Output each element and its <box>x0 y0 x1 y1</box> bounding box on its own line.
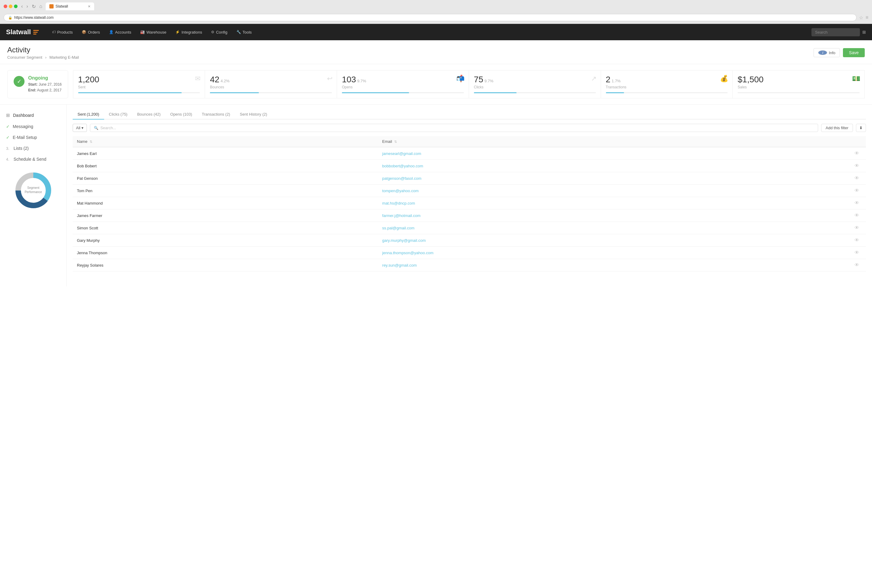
status-dates: Start: June 27, 2016 End: August 2, 2017 <box>28 82 62 93</box>
email-link[interactable]: jenna.thompson@yahoo.com <box>382 250 433 255</box>
cell-email: rey.sun@gmail.com <box>378 259 848 272</box>
add-filter-button[interactable]: Add this filter <box>821 124 853 132</box>
col-name[interactable]: Name ⇅ <box>73 136 378 147</box>
dot-red[interactable] <box>4 4 7 8</box>
end-date: August 2, 2017 <box>37 88 62 92</box>
nav-search-icon[interactable]: ⊞ <box>862 30 866 34</box>
email-link[interactable]: ss.pal@gmail.com <box>382 226 414 230</box>
tab-clicks[interactable]: Clicks (75) <box>104 110 132 120</box>
stat-sent: ✉ 1,200 Sent <box>73 70 205 98</box>
filter-all-button[interactable]: All ▾ <box>73 124 87 132</box>
products-icon: 🏷 <box>52 30 56 34</box>
cell-name: James Farmer <box>73 209 378 222</box>
back-button[interactable]: ‹ <box>20 3 24 10</box>
sidebar-item-dashboard[interactable]: ⊞ Dashboard <box>0 110 66 121</box>
clicks-pct: 9.7% <box>484 79 493 83</box>
stat-clicks: ↗ 75 9.7% Clicks <box>469 70 601 98</box>
cell-name: Jenna Thompson <box>73 247 378 259</box>
svg-text:Segment: Segment <box>27 186 39 189</box>
brand-logo[interactable]: Slatwall <box>6 28 39 36</box>
bookmark-icon[interactable]: ☆ <box>859 15 863 21</box>
nav-products[interactable]: 🏷 Products <box>48 27 77 37</box>
download-button[interactable]: ⬇ <box>856 124 866 132</box>
view-icon[interactable]: 👁 <box>854 213 859 218</box>
tab-sent-history[interactable]: Sent History (2) <box>235 110 272 120</box>
nav-search-input[interactable] <box>812 28 860 36</box>
transactions-icon: 💰 <box>720 75 728 82</box>
bounces-label: Bounces <box>210 85 332 89</box>
opens-pct: 9.7% <box>357 79 366 83</box>
opens-icon: 📬 <box>456 75 465 82</box>
sidebar-item-lists[interactable]: 3. Lists (2) <box>0 143 66 154</box>
view-icon[interactable]: 👁 <box>854 225 859 230</box>
browser-nav: ‹ › ↻ ⌂ <box>20 3 43 10</box>
filter-row: All ▾ 🔍 Add this filter ⬇ <box>73 124 866 132</box>
sidebar-item-schedule[interactable]: 4. Schedule & Send <box>0 154 66 165</box>
tab-opens[interactable]: Opens (103) <box>165 110 197 120</box>
email-link[interactable]: bobbobert@yahoo.com <box>382 164 423 168</box>
info-button[interactable]: i Info <box>813 48 840 57</box>
sidebar-messaging-label: Messaging <box>13 124 33 129</box>
home-button[interactable]: ⌂ <box>38 3 44 10</box>
address-bar[interactable]: 🔒 https://www.slatwall.com <box>4 14 857 21</box>
accounts-icon: 👤 <box>109 30 114 34</box>
view-icon[interactable]: 👁 <box>854 250 859 255</box>
email-link[interactable]: mat.hs@dncp.com <box>382 201 415 206</box>
stats-row: ✓ Ongoing Start: June 27, 2016 End: Augu… <box>0 64 872 105</box>
cell-action: 👁 <box>848 197 866 209</box>
status-check-icon: ✓ <box>14 76 24 87</box>
cell-action: 👁 <box>848 147 866 160</box>
brand-line-2 <box>33 32 38 33</box>
table-row: James Earl jamesearl@gmail.com 👁 <box>73 147 866 160</box>
browser-tab[interactable]: Slatwall ✕ <box>46 2 94 10</box>
table-row: James Farmer farmer.j@hotmail.com 👁 <box>73 209 866 222</box>
nav-tools[interactable]: 🔧 Tools <box>232 27 256 37</box>
tab-close-button[interactable]: ✕ <box>88 4 90 9</box>
view-icon[interactable]: 👁 <box>854 176 859 181</box>
settings-icon[interactable]: ≡ <box>866 15 868 20</box>
tab-transactions[interactable]: Transactions (2) <box>197 110 235 120</box>
nav-orders[interactable]: 📦 Orders <box>78 27 104 37</box>
lists-number: 3. <box>6 146 9 151</box>
sidebar-item-email-setup[interactable]: ✓ E-Mail Setup <box>0 132 66 143</box>
nav-warehouse[interactable]: 🏭 Warehouse <box>136 27 170 37</box>
email-link[interactable]: gary.murphy@gmail.com <box>382 238 426 243</box>
view-icon[interactable]: 👁 <box>854 237 859 243</box>
view-icon[interactable]: 👁 <box>854 163 859 168</box>
email-link[interactable]: farmer.j@hotmail.com <box>382 213 421 218</box>
dot-green[interactable] <box>14 4 18 8</box>
view-icon[interactable]: 👁 <box>854 151 859 156</box>
download-icon: ⬇ <box>859 126 863 130</box>
nav-integrations[interactable]: ⚡ Integrations <box>171 27 206 37</box>
view-icon[interactable]: 👁 <box>854 188 859 193</box>
forward-button[interactable]: › <box>25 3 29 10</box>
table-search-input[interactable] <box>100 126 814 130</box>
dot-yellow[interactable] <box>9 4 12 8</box>
dashboard-icon: ⊞ <box>6 112 10 118</box>
email-link[interactable]: rey.sun@gmail.com <box>382 263 416 267</box>
stats-cards: ✉ 1,200 Sent ↩ 42 4.2% Bounces <box>73 70 865 98</box>
view-icon[interactable]: 👁 <box>854 200 859 206</box>
nav-config[interactable]: ⚙ Config <box>207 27 232 37</box>
refresh-button[interactable]: ↻ <box>31 3 37 10</box>
save-button[interactable]: Save <box>843 48 865 57</box>
stat-bounces: ↩ 42 4.2% Bounces <box>205 70 337 98</box>
col-email[interactable]: Email ⇅ <box>378 136 848 147</box>
bounces-value: 42 <box>210 75 219 84</box>
email-link[interactable]: jamesearl@gmail.com <box>382 151 421 156</box>
transactions-bar-fill <box>606 92 624 93</box>
tab-sent[interactable]: Sent (1,200) <box>73 110 104 120</box>
page-title: Activity <box>7 46 79 54</box>
view-icon[interactable]: 👁 <box>854 262 859 267</box>
nav-accounts[interactable]: 👤 Accounts <box>105 27 135 37</box>
bounces-icon: ↩ <box>327 75 332 82</box>
email-link[interactable]: patgenson@fasol.com <box>382 176 421 181</box>
sidebar-item-messaging[interactable]: ✓ Messaging <box>0 121 66 132</box>
breadcrumb-parent[interactable]: Consumer Segment <box>7 55 42 60</box>
sales-label: Sales <box>738 85 860 89</box>
breadcrumb-separator: › <box>45 55 48 60</box>
svg-text:Performance: Performance <box>24 190 42 194</box>
tab-bounces[interactable]: Bounces (42) <box>132 110 165 120</box>
page-header: Activity Consumer Segment › Marketing E-… <box>0 40 872 64</box>
email-link[interactable]: tompen@yahoo.com <box>382 189 418 193</box>
